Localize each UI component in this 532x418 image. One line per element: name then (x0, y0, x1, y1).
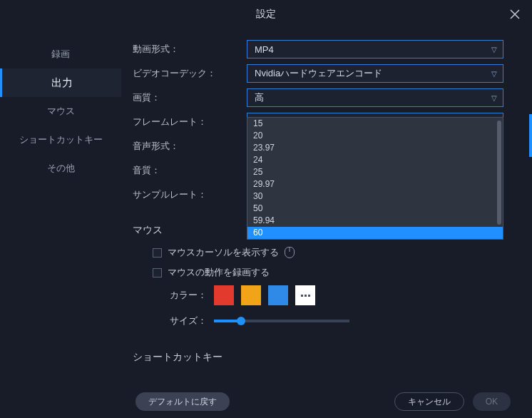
frame-rate-option[interactable]: 50 (247, 203, 503, 215)
chevron-down-icon: ▽ (491, 94, 497, 102)
color-swatch-1[interactable] (214, 285, 234, 305)
label-color: カラー： (170, 289, 207, 302)
close-button[interactable] (506, 6, 523, 23)
frame-rate-option[interactable]: 29.97 (247, 178, 503, 190)
sidebar-item-record[interactable]: 録画 (0, 40, 121, 68)
color-swatch-2[interactable] (241, 285, 261, 305)
select-video-quality-value: 高 (255, 91, 264, 104)
color-more-button[interactable] (295, 285, 315, 305)
sidebar-item-shortcut[interactable]: ショートカットキー (0, 126, 121, 154)
scroll-indicator (529, 114, 532, 157)
label-video-format: 動画形式： (133, 43, 247, 56)
label-show-cursor: マウスカーソルを表示する (168, 246, 279, 259)
close-icon (510, 9, 520, 19)
label-frame-rate: フレームレート： (133, 116, 247, 128)
checkbox-record-actions[interactable] (153, 268, 162, 277)
mouse-icon (285, 247, 295, 258)
default-button[interactable]: デフォルトに戻す (135, 392, 230, 411)
frame-rate-option[interactable]: 59.94 (247, 215, 503, 227)
cancel-button[interactable]: キャンセル (394, 392, 464, 411)
sidebar-item-mouse[interactable]: マウス (0, 97, 121, 126)
color-swatch-3[interactable] (268, 285, 288, 305)
label-audio-quality: 音質： (133, 164, 247, 177)
frame-rate-dropdown[interactable]: 152023.97242529.97305059.9460 (247, 117, 503, 240)
label-video-codec: ビデオコーデック： (133, 67, 247, 80)
sidebar-item-other[interactable]: その他 (0, 154, 121, 183)
slider-thumb[interactable] (237, 317, 245, 325)
section-shortcut-header: ショートカットキー (133, 351, 503, 364)
frame-rate-option[interactable]: 20 (247, 130, 503, 142)
frame-rate-option[interactable]: 24 (247, 154, 503, 166)
label-audio-format: 音声形式： (133, 140, 247, 153)
frame-rate-option[interactable]: 23.97 (247, 142, 503, 154)
checkbox-show-cursor[interactable] (153, 248, 162, 258)
frame-rate-option[interactable]: 30 (247, 190, 503, 203)
select-video-codec[interactable]: Nvidiaハードウェアエンコード ▽ (247, 64, 503, 83)
frame-rate-option[interactable]: 15 (247, 118, 503, 130)
size-slider[interactable] (214, 320, 349, 322)
chevron-down-icon: ▽ (491, 70, 497, 78)
select-video-codec-value: Nvidiaハードウェアエンコード (255, 67, 382, 80)
select-video-format[interactable]: MP4 ▽ (247, 40, 503, 58)
ok-button[interactable]: OK (473, 392, 511, 411)
frame-rate-option[interactable]: 60 (247, 227, 503, 239)
label-size: サイズ： (170, 315, 207, 327)
main-panel: 動画形式： MP4 ▽ ビデオコーデック： Nvidiaハードウェアエンコード … (121, 29, 532, 385)
label-video-quality: 画質： (133, 91, 247, 104)
sidebar-item-output[interactable]: 出力 (0, 68, 121, 97)
select-video-quality[interactable]: 高 ▽ (247, 88, 503, 107)
select-video-format-value: MP4 (255, 44, 274, 55)
chevron-down-icon: ▽ (491, 46, 497, 53)
frame-rate-option[interactable]: 25 (247, 166, 503, 178)
label-sample-rate: サンプルレート： (133, 188, 247, 201)
dialog-title: 設定 (256, 8, 276, 21)
label-record-actions: マウスの動作を録画する (168, 266, 270, 279)
dropdown-scrollbar[interactable] (497, 121, 501, 225)
sidebar: 録画 出力 マウス ショートカットキー その他 (0, 29, 121, 385)
